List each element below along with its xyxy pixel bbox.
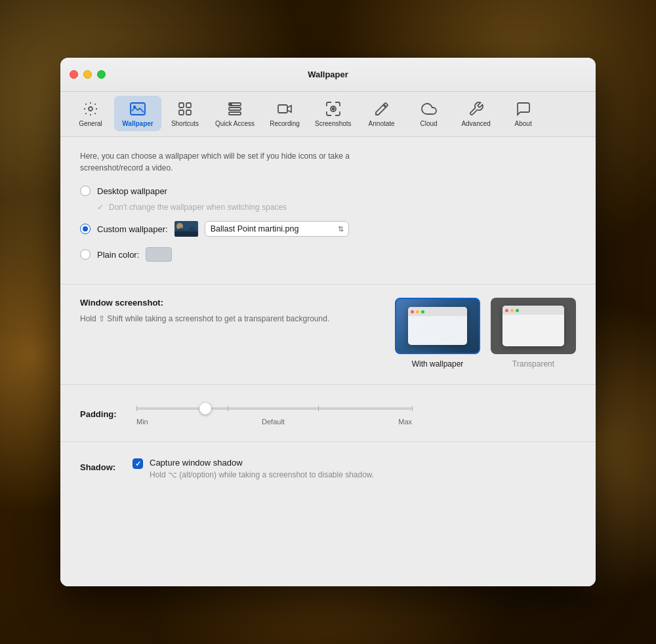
gear-icon	[81, 100, 100, 118]
ws-options: With wallpaper	[395, 298, 576, 369]
maximize-button[interactable]	[97, 70, 106, 79]
window-title: Wallpaper	[308, 70, 348, 79]
slider-bg	[136, 407, 412, 410]
tab-advanced-label: Advanced	[461, 120, 490, 127]
tab-wallpaper[interactable]: Wallpaper	[114, 96, 161, 131]
wallpaper-options-section: Here, you can choose a wallpaper which w…	[60, 137, 596, 285]
shadow-sub-label: Hold ⌥ (alt/option) while taking a scree…	[150, 470, 374, 479]
tab-cloud-label: Cloud	[420, 120, 438, 127]
recording-icon	[276, 100, 294, 118]
content-area: Here, you can choose a wallpaper which w…	[60, 137, 596, 586]
shadow-main-label: Capture window shadow	[150, 458, 374, 468]
tab-about-label: About	[515, 120, 532, 127]
slider-labels: Min Default Max	[136, 418, 412, 426]
wallpaper-thumbnail	[174, 221, 198, 237]
tab-quick-access[interactable]: Quick Access	[209, 96, 261, 131]
tab-cloud[interactable]: Cloud	[405, 96, 453, 131]
slider-label-min: Min	[136, 418, 148, 426]
custom-wallpaper-radio[interactable]	[80, 224, 91, 234]
ws-preview-window-transparent	[502, 306, 564, 346]
ws-dot-green-2	[516, 309, 519, 312]
window-screenshot-layout: Window screenshot: Hold ⇧ Shift while ta…	[80, 298, 576, 369]
main-window: Wallpaper General Wallp	[60, 58, 596, 586]
wallpaper-description: Here, you can choose a wallpaper which w…	[80, 150, 369, 174]
ws-preview-window-wallpaper	[408, 307, 467, 345]
ws-preview-titlebar-transparent	[502, 306, 564, 315]
slider-tick-min	[136, 406, 137, 411]
shadow-section: Shadow: Capture window shadow Hold ⌥ (al…	[60, 442, 596, 506]
slider-label-max: Max	[398, 418, 412, 426]
ws-preview-transparent	[491, 298, 576, 354]
minimize-button[interactable]	[83, 70, 92, 79]
custom-wallpaper-row: Custom wallpaper: Ballast Point martini.…	[80, 221, 576, 237]
wallpaper-dropdown-wrapper: Ballast Point martini.png	[174, 221, 349, 237]
traffic-lights	[70, 70, 106, 79]
ws-label-wallpaper: With wallpaper	[412, 359, 464, 369]
ws-preview-wallpaper	[395, 298, 480, 354]
padding-row: Padding: Min Defau	[80, 402, 576, 426]
ws-dot-green	[421, 310, 424, 313]
ws-subtitle: Hold ⇧ Shift while taking a screenshot t…	[80, 313, 375, 325]
tab-advanced[interactable]: Advanced	[453, 96, 500, 131]
desktop-wallpaper-label: Desktop wallpaper	[97, 186, 167, 196]
window-screenshot-section: Window screenshot: Hold ⇧ Shift while ta…	[60, 285, 596, 385]
svg-point-11	[230, 104, 232, 105]
plain-color-swatch[interactable]	[146, 247, 172, 262]
wallpaper-dropdown-container: Ballast Point martini.png	[205, 221, 349, 237]
tab-wallpaper-label: Wallpaper	[122, 120, 153, 127]
tab-screenshots[interactable]: Screenshots	[308, 96, 358, 131]
tab-annotate-label: Annotate	[369, 120, 395, 127]
svg-rect-5	[186, 103, 191, 108]
close-button[interactable]	[70, 70, 78, 79]
tab-general-label: General	[79, 120, 102, 127]
screenshots-icon	[324, 100, 342, 118]
slider-tick-default	[228, 406, 228, 411]
tab-recording[interactable]: Recording	[261, 96, 308, 131]
svg-rect-7	[186, 110, 191, 115]
padding-label: Padding:	[80, 409, 126, 419]
ws-option-with-wallpaper[interactable]: With wallpaper	[395, 298, 480, 369]
shadow-row-outer: Shadow: Capture window shadow Hold ⌥ (al…	[80, 455, 576, 479]
ws-dot-red-2	[505, 309, 508, 312]
dont-change-checkmark: ✓	[97, 203, 104, 212]
slider-thumb[interactable]	[199, 403, 211, 414]
ws-dot-yellow-2	[510, 309, 514, 312]
ws-option-transparent[interactable]: Transparent	[491, 298, 576, 369]
slider-tick-max	[412, 406, 413, 411]
tab-quick-access-label: Quick Access	[215, 120, 255, 127]
wallpaper-dropdown[interactable]: Ballast Point martini.png	[205, 221, 349, 237]
toolbar: General Wallpaper	[60, 92, 596, 137]
svg-point-14	[332, 108, 334, 110]
desktop-wallpaper-radio[interactable]	[80, 186, 91, 196]
tab-about[interactable]: About	[500, 96, 547, 131]
plain-color-label: Plain color:	[97, 250, 139, 260]
annotate-icon	[373, 100, 391, 118]
shadow-row-inner: Capture window shadow Hold ⌥ (alt/option…	[133, 458, 374, 479]
about-icon	[514, 100, 533, 118]
ws-dot-yellow	[416, 310, 419, 313]
svg-rect-12	[278, 105, 287, 113]
plain-color-radio[interactable]	[80, 249, 91, 260]
svg-point-3	[133, 106, 136, 108]
advanced-icon	[467, 100, 485, 118]
tab-screenshots-label: Screenshots	[315, 120, 352, 127]
cloud-icon	[420, 100, 438, 118]
tab-shortcuts[interactable]: Shortcuts	[161, 96, 209, 131]
tab-general[interactable]: General	[67, 96, 114, 131]
tab-annotate[interactable]: Annotate	[358, 96, 405, 131]
plain-color-row: Plain color:	[80, 247, 576, 262]
svg-rect-4	[179, 103, 184, 108]
slider-track	[136, 402, 412, 415]
svg-point-0	[89, 107, 92, 111]
svg-rect-2	[131, 103, 145, 115]
titlebar: Wallpaper	[60, 58, 596, 92]
dont-change-wallpaper-row: ✓ Don't change the wallpaper when switch…	[97, 203, 576, 212]
padding-section: Padding: Min Defau	[60, 385, 596, 442]
svg-rect-6	[179, 110, 184, 115]
desktop-wallpaper-row: Desktop wallpaper	[80, 186, 576, 196]
dont-change-label: Don't change the wallpaper when switchin…	[109, 203, 287, 212]
ws-label-transparent: Transparent	[512, 359, 554, 369]
ws-dot-red	[411, 310, 414, 313]
ws-title: Window screenshot:	[80, 298, 375, 308]
shadow-checkbox[interactable]	[133, 458, 143, 469]
